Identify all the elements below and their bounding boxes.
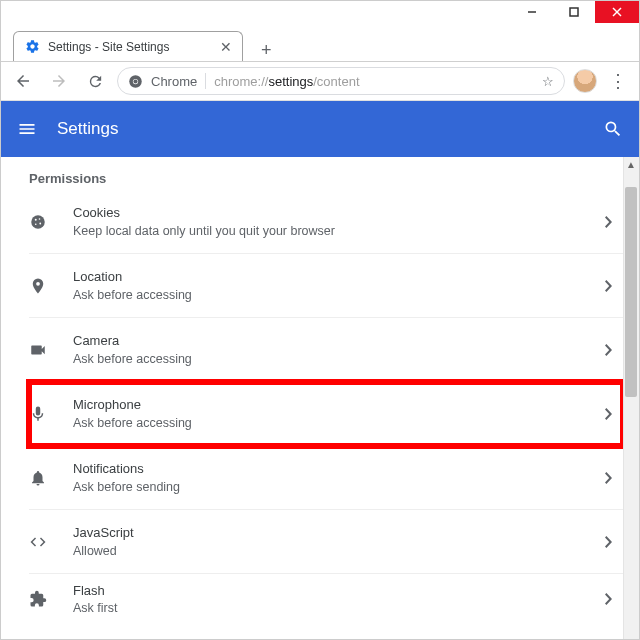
window-close-button[interactable] <box>595 1 639 23</box>
gear-icon <box>24 39 40 55</box>
address-bar[interactable]: Chrome chrome://settings/content ☆ <box>117 67 565 95</box>
profile-avatar[interactable] <box>573 69 597 93</box>
browser-tab[interactable]: Settings - Site Settings ✕ <box>13 31 243 61</box>
chevron-right-icon <box>605 216 613 228</box>
window-maximize-button[interactable] <box>553 1 595 23</box>
camera-icon <box>29 341 73 359</box>
permission-row-flash[interactable]: FlashAsk first <box>29 574 623 624</box>
row-sub: Ask first <box>73 600 605 618</box>
url-text: chrome://settings/content <box>214 74 359 89</box>
row-title: Notifications <box>73 459 605 479</box>
forward-button[interactable] <box>45 67 73 95</box>
permission-row-microphone[interactable]: MicrophoneAsk before accessing <box>29 382 623 446</box>
row-sub: Ask before accessing <box>73 415 605 433</box>
row-sub: Ask before sending <box>73 479 605 497</box>
settings-header: Settings <box>1 101 639 157</box>
toolbar: Chrome chrome://settings/content ☆ ⋮ <box>1 61 639 101</box>
close-tab-icon[interactable]: ✕ <box>220 39 232 55</box>
settings-title: Settings <box>57 119 118 139</box>
permission-row-javascript[interactable]: JavaScriptAllowed <box>29 510 623 574</box>
svg-point-8 <box>35 218 37 220</box>
scheme-label: Chrome <box>151 74 197 89</box>
extension-icon <box>29 590 73 608</box>
row-sub: Ask before accessing <box>73 287 605 305</box>
svg-point-9 <box>39 218 41 220</box>
reload-button[interactable] <box>81 67 109 95</box>
new-tab-button[interactable]: + <box>255 40 278 61</box>
chevron-right-icon <box>605 472 613 484</box>
chevron-right-icon <box>605 344 613 356</box>
row-title: JavaScript <box>73 523 605 543</box>
permission-row-camera[interactable]: CameraAsk before accessing <box>29 318 623 382</box>
row-sub: Ask before accessing <box>73 351 605 369</box>
chevron-right-icon <box>605 593 613 605</box>
scroll-up-arrow[interactable]: ▲ <box>623 157 639 171</box>
window-titlebar <box>1 1 639 27</box>
scrollbar-thumb[interactable] <box>625 187 637 397</box>
search-icon[interactable] <box>603 119 623 139</box>
row-title: Microphone <box>73 395 605 415</box>
row-title: Camera <box>73 331 605 351</box>
cookie-icon <box>29 213 73 231</box>
code-icon <box>29 533 73 551</box>
row-title: Flash <box>73 581 605 601</box>
row-sub: Allowed <box>73 543 605 561</box>
chevron-right-icon <box>605 280 613 292</box>
bell-icon <box>29 469 73 487</box>
row-sub: Keep local data only until you quit your… <box>73 223 605 241</box>
svg-point-11 <box>35 223 37 225</box>
chrome-icon <box>128 74 143 89</box>
row-title: Location <box>73 267 605 287</box>
row-title: Cookies <box>73 203 605 223</box>
section-title: Permissions <box>29 171 623 186</box>
window-minimize-button[interactable] <box>511 1 553 23</box>
menu-button[interactable]: ⋮ <box>605 70 631 92</box>
svg-point-6 <box>133 79 137 83</box>
svg-point-7 <box>31 215 45 229</box>
content-area: ▲ Permissions CookiesKeep local data onl… <box>1 157 639 639</box>
tab-title: Settings - Site Settings <box>48 40 169 54</box>
microphone-icon <box>29 405 73 423</box>
bookmark-star-icon[interactable]: ☆ <box>542 74 554 89</box>
permission-row-location[interactable]: LocationAsk before accessing <box>29 254 623 318</box>
chevron-right-icon <box>605 536 613 548</box>
hamburger-icon[interactable] <box>17 119 37 139</box>
svg-point-10 <box>39 222 41 224</box>
divider <box>205 73 206 89</box>
permission-row-cookies[interactable]: CookiesKeep local data only until you qu… <box>29 190 623 254</box>
back-button[interactable] <box>9 67 37 95</box>
svg-rect-1 <box>570 8 578 16</box>
location-icon <box>29 277 73 295</box>
scrollbar-track[interactable]: ▲ <box>623 157 639 639</box>
chevron-right-icon <box>605 408 613 420</box>
tab-strip: Settings - Site Settings ✕ + <box>1 27 639 61</box>
permission-row-notifications[interactable]: NotificationsAsk before sending <box>29 446 623 510</box>
